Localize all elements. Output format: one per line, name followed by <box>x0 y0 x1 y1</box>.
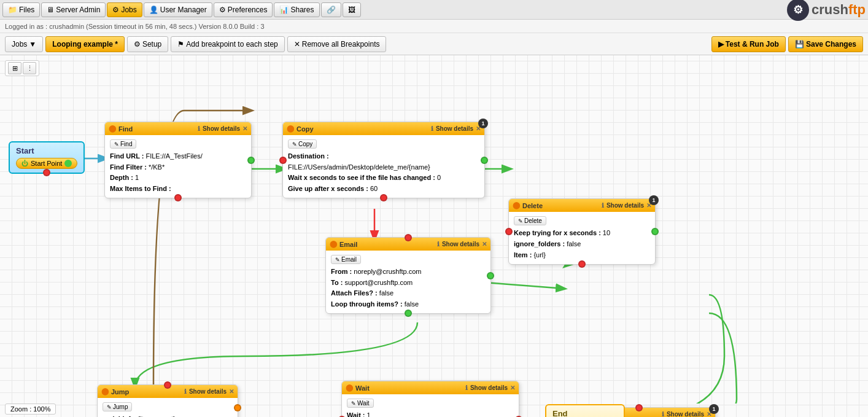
start-point-button[interactable]: Start Point <box>16 158 77 169</box>
delete-info-btn[interactable]: ℹ <box>602 202 604 209</box>
list-view-button[interactable]: ⋮ <box>23 62 36 74</box>
status-bar: Logged in as : crushadmin (Session timeo… <box>0 20 868 33</box>
copy-show-details[interactable]: Show details <box>436 125 473 132</box>
top-navigation: 📁 Files 🖥 Server Admin ⚙ Jobs 👤 User Man… <box>0 0 868 20</box>
wait-node-body: Wait Wait : 1 wait_time_unit : Seconds O… <box>342 394 519 417</box>
email-top-connector[interactable] <box>405 234 412 241</box>
jump-field-0: variable1 : {item_count} <box>103 414 233 417</box>
nav-jobs[interactable]: ⚙ Jobs <box>107 2 142 17</box>
find-node-header: ⬤ Find ℹ Show details ✕ <box>105 122 251 135</box>
wait-field-0: Wait : 1 <box>347 410 514 417</box>
arrows-overlay <box>0 55 868 403</box>
email-field-1: To : support@crushftp.com <box>331 278 486 289</box>
nav-preferences[interactable]: ⚙ Preferences <box>214 2 273 17</box>
setup-button[interactable]: Setup <box>127 36 168 52</box>
copy-info-btn[interactable]: ℹ <box>431 125 433 132</box>
delete-right-connector[interactable] <box>651 228 659 235</box>
jump-show-details[interactable]: Show details <box>189 388 227 395</box>
delete-show-details[interactable]: Show details <box>606 202 644 209</box>
find-right-connector[interactable] <box>247 157 255 164</box>
uv-top-connector[interactable] <box>635 404 643 411</box>
email-show-details[interactable]: Show details <box>442 241 479 247</box>
start-bottom-connector[interactable] <box>43 169 50 176</box>
email-close-btn[interactable]: ✕ <box>482 241 487 247</box>
nav-files[interactable]: 📁 Files <box>2 2 40 17</box>
copy-dest-label: Destination : <box>288 151 479 162</box>
delete-node-header: ⬤ Delete ℹ Show details ✕ <box>509 199 655 212</box>
copy-action-button[interactable]: Copy <box>288 139 317 149</box>
active-job-tab[interactable]: Looping example * <box>45 36 125 52</box>
find-field-3: Max Items to Find : <box>110 184 246 195</box>
pencil-icon <box>107 403 112 410</box>
play-icon: ▶ <box>718 40 724 49</box>
pencil-icon <box>351 400 356 407</box>
wait-node: ⬤ Wait ℹ Show details ✕ Wait Wait : 1 wa… <box>341 381 519 417</box>
toolbar: Jobs ▼ Looping example * Setup Add break… <box>0 33 868 55</box>
remove-breakpoints-button[interactable]: Remove all Breakpoints <box>287 36 387 52</box>
email-right-connector[interactable] <box>487 272 494 279</box>
logo-icon: ⚙ <box>787 0 809 21</box>
jobs-dropdown-button[interactable]: Jobs ▼ <box>5 36 43 52</box>
pencil-icon <box>292 141 297 147</box>
nav-extra-1[interactable]: 🔗 <box>321 2 341 17</box>
zoom-indicator: Zoom : 100% <box>5 403 56 415</box>
copy-wait-field: Wait x seconds to see if the file has ch… <box>288 173 479 184</box>
canvas-mini-toolbar: ⊞ ⋮ <box>5 60 39 76</box>
wait-show-details[interactable]: Show details <box>470 384 508 391</box>
jump-top-connector[interactable] <box>164 381 171 389</box>
test-run-button[interactable]: ▶ Test & Run Job <box>711 36 786 52</box>
wait-info-btn[interactable]: ℹ <box>465 384 468 391</box>
copy-header-icon: ⬤ <box>287 125 294 133</box>
delete-field-1: ignore_folders : false <box>514 239 650 250</box>
email-bottom-connector[interactable] <box>405 310 412 317</box>
gear-icon <box>134 40 141 49</box>
email-node: ⬤ Email ℹ Show details ✕ Email From : no… <box>325 237 491 314</box>
save-changes-button[interactable]: 💾 Save Changes <box>788 36 863 52</box>
delete-left-connector[interactable] <box>505 228 513 235</box>
delete-bottom-connector[interactable] <box>578 260 586 268</box>
copy-right-connector[interactable] <box>481 157 488 164</box>
find-show-details[interactable]: Show details <box>203 125 240 132</box>
jump-close-btn[interactable]: ✕ <box>229 388 234 395</box>
find-field-1: Find Filter : */KB* <box>110 162 246 173</box>
pencil-icon <box>335 256 340 263</box>
wait-close-btn[interactable]: ✕ <box>510 384 515 391</box>
find-info-btn[interactable]: ℹ <box>198 125 200 132</box>
jump-right-connector-1[interactable] <box>234 404 241 411</box>
nav-user-manager[interactable]: 👤 User Manager <box>144 2 212 17</box>
end-node-label: End <box>552 409 618 417</box>
email-action-button[interactable]: Email <box>331 255 361 264</box>
email-node-body: Email From : noreply@crushftp.com To : s… <box>326 251 490 313</box>
copy-node: 1 ⬤ Copy ℹ Show details ✕ Copy Destinati… <box>282 122 485 198</box>
email-info-btn[interactable]: ℹ <box>437 241 440 247</box>
end-node: End End Point <box>545 404 625 417</box>
find-close-btn[interactable]: ✕ <box>242 125 247 132</box>
add-breakpoint-button[interactable]: Add breakpoint to each step <box>171 36 284 52</box>
find-node: ⬤ Find ℹ Show details ✕ Find Find URL : … <box>104 122 252 198</box>
logo: ⚙ crushftp <box>787 0 866 21</box>
delete-action-button[interactable]: Delete <box>514 216 546 225</box>
wait-action-button[interactable]: Wait <box>347 399 374 408</box>
find-action-button[interactable]: Find <box>110 139 136 149</box>
uv-show-details[interactable]: Show details <box>667 411 704 417</box>
jump-action-button[interactable]: Jump <box>103 402 132 411</box>
nav-extra-2[interactable]: 🖼 <box>343 2 361 17</box>
find-bottom-connector[interactable] <box>174 194 182 201</box>
copy-node-header: ⬤ Copy ℹ Show details ✕ <box>283 122 484 135</box>
nav-server-admin[interactable]: 🖥 Server Admin <box>41 2 106 17</box>
copy-bottom-connector[interactable] <box>380 194 387 201</box>
uv-info-btn[interactable]: ℹ <box>662 411 664 417</box>
email-header-icon: ⬤ <box>330 240 337 248</box>
find-field-2: Depth : 1 <box>110 173 246 184</box>
x-icon <box>294 40 300 49</box>
copy-left-connector[interactable] <box>279 157 287 164</box>
jump-info-btn[interactable]: ℹ <box>184 388 187 395</box>
delete-badge: 1 <box>649 195 659 205</box>
jump-node: ⬤ Jump ℹ Show details ✕ Jump variable1 :… <box>97 384 238 417</box>
job-canvas: ⊞ ⋮ Start Start Point ⬤ Find ℹ Show deta… <box>0 55 868 417</box>
nav-shares[interactable]: 📊 Shares <box>274 2 319 17</box>
delete-node: 1 ⬤ Delete ℹ Show details ✕ Delete Keep … <box>508 198 656 265</box>
uservariable-badge: 1 <box>709 404 719 414</box>
grid-view-button[interactable]: ⊞ <box>8 62 21 74</box>
delete-node-body: Delete Keep trying for x seconds : 10 ig… <box>509 212 655 264</box>
